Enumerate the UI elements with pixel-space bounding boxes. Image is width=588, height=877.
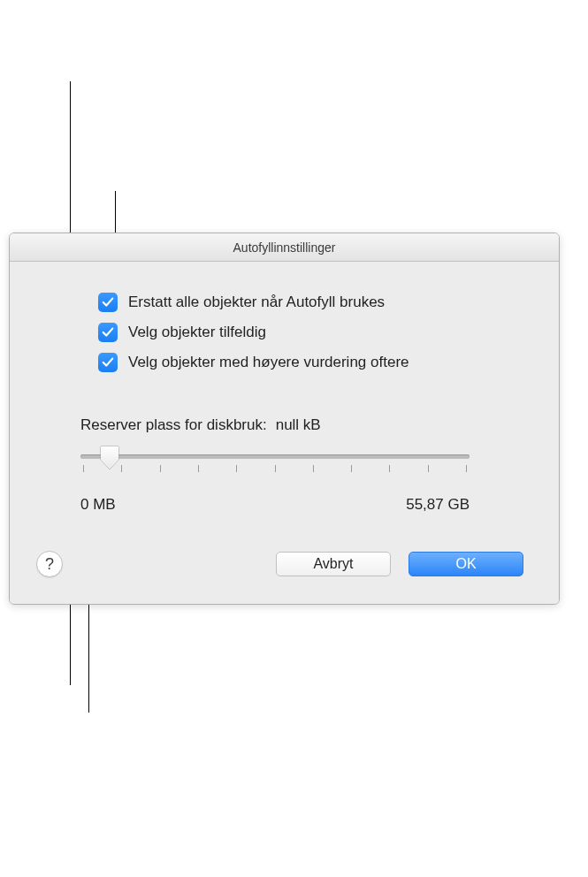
ok-button[interactable]: OK xyxy=(409,552,523,576)
disk-space-slider-section: Reserver plass for diskbruk: null kB xyxy=(80,416,523,515)
checkbox-checked-icon[interactable] xyxy=(98,353,118,372)
button-row: ? Avbryt OK xyxy=(36,551,523,586)
checkbox-label: Erstatt alle objekter når Autofyll bruke… xyxy=(128,294,385,311)
slider-thumb[interactable] xyxy=(100,446,119,470)
slider-min-label: 0 MB xyxy=(80,496,116,514)
checkbox-checked-icon[interactable] xyxy=(98,323,118,342)
action-buttons: Avbryt OK xyxy=(276,552,523,576)
dialog-body: Erstatt alle objekter når Autofyll bruke… xyxy=(10,262,559,604)
slider-value: null kB xyxy=(276,416,321,434)
checkbox-checked-icon[interactable] xyxy=(98,293,118,312)
help-icon: ? xyxy=(45,555,54,574)
dialog-titlebar: Autofyllinnstillinger xyxy=(10,233,559,262)
slider-ticks xyxy=(80,465,470,474)
help-button[interactable]: ? xyxy=(36,551,63,577)
slider-track xyxy=(80,454,470,459)
slider-label: Reserver plass for diskbruk: xyxy=(80,416,267,434)
checkbox-row-replace-all[interactable]: Erstatt alle objekter når Autofyll bruke… xyxy=(98,293,523,312)
slider-range-labels: 0 MB 55,87 GB xyxy=(80,496,470,515)
checkbox-row-random[interactable]: Velg objekter tilfeldig xyxy=(98,323,523,342)
disk-space-slider[interactable] xyxy=(80,450,470,485)
checkbox-row-higher-rating[interactable]: Velg objekter med høyere vurdering ofter… xyxy=(98,353,523,372)
checkbox-group: Erstatt alle objekter når Autofyll bruke… xyxy=(98,293,523,372)
autofill-settings-dialog: Autofyllinnstillinger Erstatt alle objek… xyxy=(9,233,560,605)
slider-label-row: Reserver plass for diskbruk: null kB xyxy=(80,416,523,434)
checkbox-label: Velg objekter tilfeldig xyxy=(128,324,266,341)
slider-max-label: 55,87 GB xyxy=(406,496,470,514)
cancel-button[interactable]: Avbryt xyxy=(276,552,391,576)
checkbox-label: Velg objekter med høyere vurdering ofter… xyxy=(128,354,409,371)
dialog-title: Autofyllinnstillinger xyxy=(233,240,336,255)
